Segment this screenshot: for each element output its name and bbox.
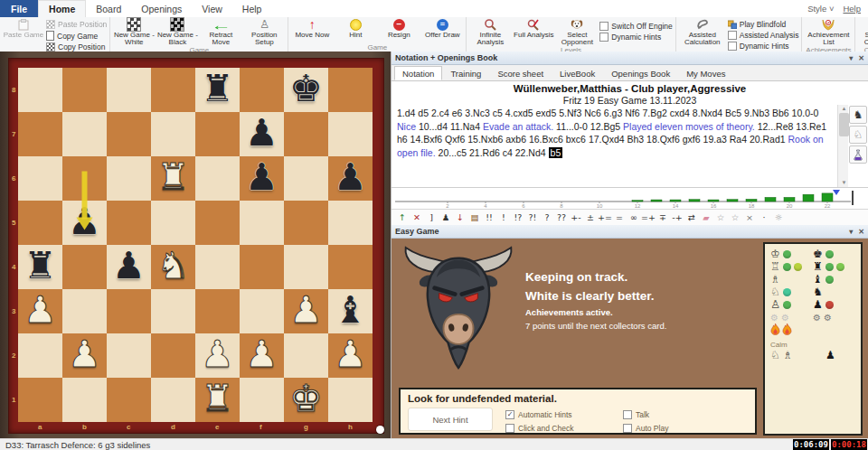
- square-b4[interactable]: [62, 245, 107, 289]
- square-h1[interactable]: [328, 378, 373, 422]
- good-move-icon[interactable]: !: [496, 212, 511, 222]
- wp-a3[interactable]: ♟: [18, 289, 62, 333]
- panel-collapse-icon[interactable]: ▾: [849, 54, 853, 62]
- square-h8[interactable]: [328, 68, 373, 112]
- next-hint-button[interactable]: Next Hint: [408, 408, 493, 431]
- resign-button[interactable]: − Resign: [378, 18, 420, 39]
- engine-button[interactable]: ♘: [849, 126, 867, 144]
- square-g2[interactable]: [284, 333, 328, 378]
- square-b7[interactable]: [62, 112, 107, 156]
- square-c3[interactable]: [107, 289, 151, 333]
- offer-draw-button[interactable]: = Offer Draw: [421, 18, 463, 39]
- brilliant-move-icon[interactable]: !!: [482, 212, 496, 222]
- tab-livebook[interactable]: LiveBook: [552, 66, 603, 80]
- tab-openings[interactable]: Openings: [131, 0, 192, 17]
- copy-game-button[interactable]: Copy Game: [46, 31, 107, 41]
- full-analysis-button[interactable]: Full Analysis: [513, 18, 554, 39]
- wr-e1[interactable]: ♜: [195, 378, 240, 422]
- moves-scrollbar[interactable]: ▲ ▼: [837, 105, 848, 187]
- white-slightly-better-icon[interactable]: +=: [598, 212, 612, 222]
- scrollbar-thumb[interactable]: [839, 113, 849, 136]
- engine-variation-button[interactable]: ♞: [849, 106, 867, 124]
- br-e8[interactable]: ♜: [195, 68, 240, 112]
- move-text[interactable]: 1.d4 d5 2.c4 e6 3.Nc3 c5 4.cxd5 exd5 5.N…: [397, 108, 818, 118]
- tab-my-moves[interactable]: My Moves: [678, 66, 733, 80]
- help-link[interactable]: Help: [843, 4, 861, 14]
- move-text[interactable]: 10...d4 11.Na4: [416, 121, 483, 132]
- square-e3[interactable]: [195, 289, 240, 333]
- tab-score-sheet[interactable]: Score sheet: [489, 66, 552, 80]
- tab-home[interactable]: Home: [38, 0, 86, 17]
- square-b1[interactable]: [62, 378, 107, 422]
- square-f8[interactable]: [240, 68, 284, 112]
- eraser-icon[interactable]: ▰: [699, 212, 713, 222]
- lab-button[interactable]: [849, 145, 867, 164]
- bp-b5[interactable]: ♟: [62, 201, 107, 245]
- new-game-black-button[interactable]: New Game - Black: [156, 18, 198, 46]
- square-d2[interactable]: [151, 333, 195, 378]
- notation-panel-header[interactable]: Notation + Openings Book ▾ ✕: [392, 52, 868, 65]
- promote-variation-icon[interactable]: ↑: [395, 212, 410, 222]
- blunder-icon[interactable]: ??: [554, 212, 569, 222]
- black-winning-icon[interactable]: -+: [670, 212, 684, 222]
- easy-game-panel-header[interactable]: Easy Game ▾ ✕: [392, 225, 868, 239]
- move-text[interactable]: 11...0-0 12.Bg5: [553, 121, 623, 132]
- new-game-white-button[interactable]: New Game - White: [113, 18, 155, 46]
- select-opponent-button[interactable]: Select Opponent: [556, 18, 598, 46]
- unclear-icon[interactable]: ∞: [627, 212, 641, 222]
- move-comment[interactable]: Played eleven moves of theory.: [623, 121, 755, 132]
- bb-h3[interactable]: ♝: [328, 289, 373, 333]
- square-d1[interactable]: [151, 378, 195, 422]
- wp-b2[interactable]: ♟: [62, 333, 107, 378]
- interesting-move-icon[interactable]: !?: [511, 212, 525, 222]
- position-setup-button[interactable]: ♙ Position Setup: [243, 18, 285, 46]
- wk-g1[interactable]: ♚: [284, 378, 328, 422]
- infinite-analysis-button[interactable]: Infinite Analysis: [469, 18, 511, 46]
- square-a2[interactable]: [18, 333, 62, 378]
- tab-training[interactable]: Training: [442, 66, 489, 80]
- move-comment[interactable]: Nice: [397, 121, 416, 132]
- move-comment[interactable]: Evade an attack.: [483, 121, 553, 132]
- square-d5[interactable]: [151, 201, 195, 245]
- scroll-up-icon[interactable]: ▲: [838, 105, 850, 113]
- demote-variation-icon[interactable]: ↓: [453, 212, 467, 222]
- square-c2[interactable]: [107, 333, 151, 378]
- black-better-icon[interactable]: ∓: [656, 212, 670, 222]
- square-f4[interactable]: [240, 245, 284, 289]
- option-automatic-hints[interactable]: ✓Automatic Hints: [505, 408, 605, 420]
- square-g4[interactable]: [284, 245, 328, 289]
- mistake-icon[interactable]: ?: [540, 212, 554, 222]
- square-e4[interactable]: [195, 245, 240, 289]
- option-auto-play[interactable]: Auto Play: [623, 422, 722, 434]
- square-f5[interactable]: [240, 201, 284, 245]
- achievement-list-button[interactable]: Achievement List: [805, 18, 852, 46]
- square-a6[interactable]: [18, 156, 62, 201]
- square-b3[interactable]: [62, 289, 107, 333]
- wp-e2[interactable]: ♟: [195, 333, 240, 378]
- move-text[interactable]: 20...c5 21.Rd6 c4 22.Nd4: [436, 147, 549, 158]
- show-cards-button[interactable]: Show Cards: [858, 18, 868, 46]
- option-talk[interactable]: Talk: [623, 408, 722, 420]
- wp-f2[interactable]: ♟: [240, 333, 284, 378]
- dynamic-hints-training-checkbox[interactable]: Dynamic Hints: [728, 42, 799, 51]
- square-h5[interactable]: [328, 201, 373, 245]
- square-c8[interactable]: [107, 68, 151, 112]
- square-g5[interactable]: [284, 201, 328, 245]
- move-list[interactable]: 1.d4 d5 2.c4 e6 3.Nc3 c5 4.cxd5 exd5 5.N…: [392, 105, 868, 159]
- star-icon[interactable]: ☆: [713, 212, 728, 222]
- square-h4[interactable]: [328, 245, 373, 289]
- black-slightly-better-icon[interactable]: =+: [641, 212, 656, 222]
- option-click-and-check[interactable]: Click and Check: [505, 422, 605, 434]
- piece-annotation-icon[interactable]: ♟: [439, 212, 453, 222]
- square-a7[interactable]: [18, 112, 62, 156]
- panel-collapse-icon[interactable]: ▾: [849, 228, 853, 236]
- square-a5[interactable]: [18, 201, 62, 245]
- square-a1[interactable]: [18, 378, 62, 422]
- dot-icon[interactable]: ·: [757, 212, 771, 222]
- square-f3[interactable]: [240, 289, 284, 333]
- square-d8[interactable]: [151, 68, 195, 112]
- bp-f6[interactable]: ♟: [240, 156, 284, 201]
- star-plus-icon[interactable]: ☆: [728, 212, 742, 222]
- white-winning-icon[interactable]: +-: [569, 212, 583, 222]
- square-a8[interactable]: [18, 68, 62, 112]
